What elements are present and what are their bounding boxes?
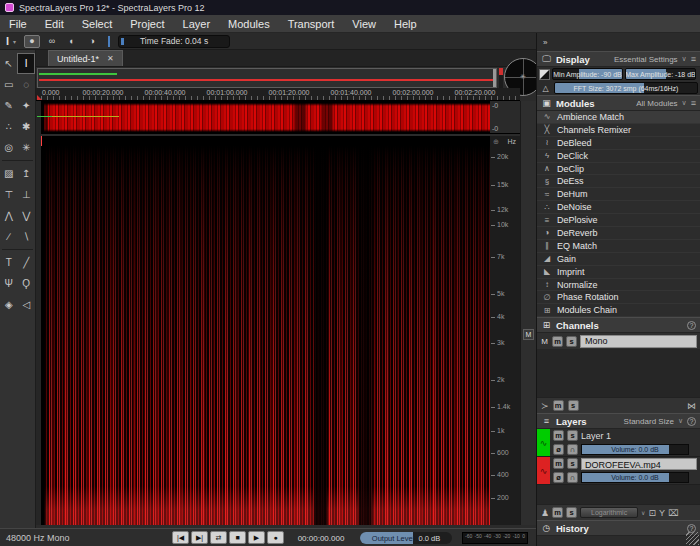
history-section-header[interactable]: ◷ History ? xyxy=(537,520,700,536)
tool-dropdown-arrow-icon[interactable]: ▾ xyxy=(13,38,16,45)
menu-layer[interactable]: Layer xyxy=(174,15,220,33)
delete-layer-icon[interactable]: ⌧ xyxy=(668,508,678,518)
transform-tool[interactable]: ↖ xyxy=(0,53,17,74)
transfer-above-tool[interactable]: ⋀ xyxy=(0,205,18,226)
brush-shape-contrast-button[interactable]: ◑ xyxy=(84,35,100,48)
module-modules-chain[interactable]: ⊞Modules Chain xyxy=(537,304,700,317)
layer-name[interactable]: DOROFEEVA.mp4 xyxy=(581,458,697,470)
frequency-selection-tool[interactable]: ◎ xyxy=(0,137,18,158)
layer-solo-button[interactable]: s xyxy=(567,430,578,441)
spray-selection-tool[interactable]: ∴ xyxy=(0,116,18,137)
zoom-tool[interactable]: Ϙ xyxy=(18,273,36,294)
fft-size-slider[interactable]: FFT Size: 3072 smp (64ms/16Hz) xyxy=(554,82,698,94)
channels-solo-all-button[interactable]: s xyxy=(568,400,579,411)
layer-volume-slider[interactable]: Volume: 0.0 dB xyxy=(581,472,689,483)
playback-tool[interactable]: ◁ xyxy=(18,294,36,315)
layer-unmix-icon[interactable]: ♟ xyxy=(541,508,549,518)
channel-solo-button[interactable]: s xyxy=(566,336,577,347)
layers-mute-all-button[interactable]: m xyxy=(552,507,563,518)
layers-solo-all-button[interactable]: s xyxy=(566,507,577,518)
play-button[interactable]: ▶ xyxy=(248,531,265,544)
module-deplosive[interactable]: ≡DePlosive xyxy=(537,214,700,227)
loop-button[interactable]: ⇄ xyxy=(210,531,227,544)
time-selection-tool[interactable]: I xyxy=(17,53,35,74)
magic-wand-tool[interactable]: ✦ xyxy=(18,95,36,116)
layer-blend-mode-select[interactable]: Logarithmic xyxy=(580,507,638,518)
similar-selection-tool[interactable]: ✱ xyxy=(18,116,36,137)
measure-tool[interactable]: ∖ xyxy=(18,226,36,247)
layer-color-swatch[interactable]: ∿ xyxy=(537,457,550,484)
layer-fade-button[interactable]: ∩ xyxy=(567,472,578,483)
menu-transport[interactable]: Transport xyxy=(279,15,344,33)
min-amplitude-slider[interactable]: Min Amplitude: -90 dB xyxy=(552,68,623,80)
menu-project[interactable]: Project xyxy=(121,15,173,33)
menu-view[interactable]: View xyxy=(343,15,385,33)
module-eq-match[interactable]: ∥EQ Match xyxy=(537,240,700,253)
harmonics-selection-tool[interactable]: ✳ xyxy=(18,137,36,158)
new-group-icon[interactable]: ⊡ xyxy=(648,508,656,518)
display-section-header[interactable]: 🖵 Display Essential Settings ∨ ≡ xyxy=(537,51,700,67)
module-debleed[interactable]: ≀DeBleed xyxy=(537,137,700,150)
window-resize-grip[interactable] xyxy=(686,532,699,545)
layer-row-dorofeeva[interactable]: ∿ m s DOROFEEVA.mp4 ø ∩ Volume: 0.0 dB xyxy=(537,457,700,485)
layer-phase-button[interactable]: ø xyxy=(553,444,564,455)
modules-menu-icon[interactable]: ≡ xyxy=(691,98,696,108)
channel-row-mono[interactable]: M m s Mono xyxy=(537,333,700,349)
layer-solo-button[interactable]: s xyxy=(567,458,578,469)
amplify-tool[interactable]: ↥ xyxy=(18,163,36,184)
lasso-selection-tool[interactable]: ◌ xyxy=(18,74,36,95)
module-phase-rotation[interactable]: ∅Phase Rotation xyxy=(537,291,700,304)
layer-phase-button[interactable]: ø xyxy=(553,472,564,483)
audio-overview-bar[interactable] xyxy=(37,68,497,88)
rotate-3d-tool[interactable]: ◈ xyxy=(0,294,18,315)
module-declip[interactable]: ∧DeClip xyxy=(537,163,700,176)
module-deess[interactable]: §DeEss xyxy=(537,175,700,188)
chevron-down-icon[interactable]: ∨ xyxy=(678,417,683,425)
imprint-stamp-tool[interactable]: ⊥ xyxy=(18,184,36,205)
right-scroll-strip[interactable]: M xyxy=(520,101,536,525)
module-gain[interactable]: ◢Gain xyxy=(537,253,700,266)
modules-filter-select[interactable]: All Modules xyxy=(636,99,677,108)
menu-modules[interactable]: Modules xyxy=(219,15,279,33)
module-ambience-match[interactable]: ∿Ambience Match xyxy=(537,111,700,124)
pencil-tool[interactable]: ╱ xyxy=(18,252,36,273)
waveform-display[interactable] xyxy=(41,101,490,134)
channels-mute-all-button[interactable]: m xyxy=(553,400,564,411)
menu-edit[interactable]: Edit xyxy=(36,15,73,33)
module-dereverb[interactable]: ◑DeReverb xyxy=(537,227,700,240)
help-icon[interactable]: ? xyxy=(687,417,696,426)
timeline-ruler[interactable]: 0.000 00:00:20.000 00:00:40.000 00:01:00… xyxy=(36,88,520,101)
playhead-marker[interactable] xyxy=(37,95,42,100)
menu-file[interactable]: File xyxy=(0,15,36,33)
spectrogram-channel-button[interactable]: M xyxy=(523,329,534,340)
layer-fade-button[interactable]: ∩ xyxy=(567,444,578,455)
module-denoise[interactable]: ∴DeNoise xyxy=(537,201,700,214)
module-imprint[interactable]: ◣Imprint xyxy=(537,266,700,279)
layer-volume-slider[interactable]: Volume: 0.0 dB xyxy=(581,444,689,455)
menu-help[interactable]: Help xyxy=(385,15,426,33)
eraser-tool[interactable]: ▨ xyxy=(0,163,18,184)
active-tool-icon[interactable]: I xyxy=(6,35,9,47)
clone-stamp-tool[interactable]: ⊤ xyxy=(0,184,18,205)
menu-select[interactable]: Select xyxy=(73,15,122,33)
collapse-arrows-icon[interactable]: » xyxy=(543,38,547,47)
brush-shape-double-button[interactable]: ∞ xyxy=(44,35,60,48)
knife-tool[interactable]: ∕ xyxy=(0,226,18,247)
split-layer-icon[interactable]: Y xyxy=(659,508,665,518)
modules-section-header[interactable]: ▣ Modules All Modules ∨ ≡ xyxy=(537,95,700,111)
brush-shape-soft-button[interactable]: ◐ xyxy=(64,35,80,48)
stop-button[interactable]: ■ xyxy=(229,531,246,544)
help-icon[interactable]: ? xyxy=(687,321,696,330)
layer-color-swatch[interactable]: ∿ xyxy=(537,429,550,456)
layers-section-header[interactable]: ≡ Layers Standard Size ∨ ? xyxy=(537,413,700,429)
channel-unmix-icon[interactable]: ⋈ xyxy=(687,401,696,411)
brush-selection-tool[interactable]: ✎ xyxy=(0,95,18,116)
module-channels-remixer[interactable]: ╳Channels Remixer xyxy=(537,124,700,137)
text-tool[interactable]: T xyxy=(0,252,18,273)
frequency-ruler[interactable]: ⊕ Hz 20k 15k 12k 10k 7k 5k 4k 3k 2k 1.4k… xyxy=(490,136,520,525)
time-fade-slider[interactable]: Time Fade: 0.04 s xyxy=(118,35,230,48)
go-to-start-button[interactable]: |◀ xyxy=(172,531,189,544)
go-to-end-button[interactable]: ▶| xyxy=(191,531,208,544)
module-declick[interactable]: ϟDeClick xyxy=(537,150,700,163)
module-normalize[interactable]: ↕Normalize xyxy=(537,279,700,292)
